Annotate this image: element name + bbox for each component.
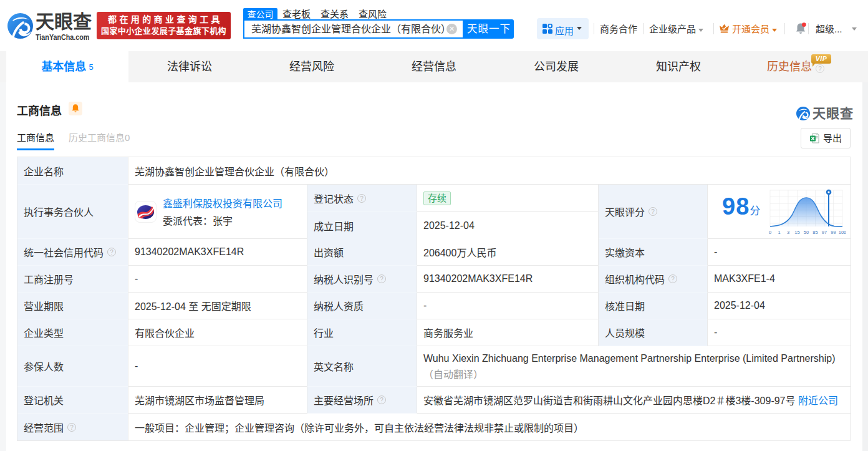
svg-text:85: 85 [813, 230, 817, 235]
svg-text:1: 1 [778, 230, 780, 235]
svg-text:0: 0 [769, 230, 771, 235]
svg-text:97: 97 [822, 230, 827, 235]
svg-text:100: 100 [839, 230, 846, 235]
svg-text:3: 3 [787, 230, 789, 235]
svg-text:99: 99 [831, 230, 836, 235]
svg-text:15: 15 [794, 230, 799, 235]
svg-text:50: 50 [804, 230, 809, 235]
